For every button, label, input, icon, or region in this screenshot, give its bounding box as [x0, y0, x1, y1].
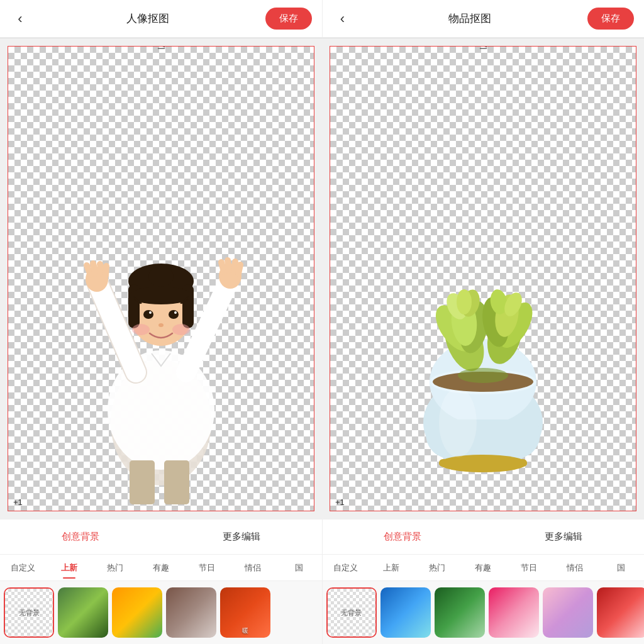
portrait-plus-one-badge: +1: [13, 497, 23, 507]
svg-point-11: [149, 311, 152, 314]
svg-line-21: [100, 264, 101, 274]
object-more-edit-button[interactable]: 更多编辑: [483, 519, 644, 554]
portrait-save-button[interactable]: 保存: [265, 8, 312, 30]
portrait-more-edit-button[interactable]: 更多编辑: [161, 519, 322, 554]
portrait-tab-holiday[interactable]: 节日: [184, 557, 230, 579]
object-thumb-no-bg[interactable]: 无背景: [326, 587, 377, 638]
portrait-back-button[interactable]: ‹: [10, 11, 30, 27]
svg-point-35: [439, 388, 477, 457]
portrait-header: ‹ 人像抠图 保存: [0, 0, 322, 38]
portrait-tab-fun[interactable]: 有趣: [138, 557, 184, 579]
portrait-tab-couple[interactable]: 情侣: [230, 557, 275, 579]
object-thumb-green2[interactable]: [435, 587, 485, 638]
object-save-button[interactable]: 保存: [587, 8, 634, 30]
object-tab-national[interactable]: 国: [598, 557, 644, 579]
object-thumb-blue[interactable]: [380, 587, 431, 638]
object-tab-hot[interactable]: 热门: [414, 557, 460, 579]
portrait-tab-custom[interactable]: 自定义: [0, 557, 46, 579]
object-tab-couple[interactable]: 情侣: [552, 557, 598, 579]
svg-point-43: [457, 289, 472, 314]
object-tab-custom[interactable]: 自定义: [323, 557, 369, 579]
portrait-corner-handle[interactable]: ↗: [313, 506, 314, 511]
portrait-creative-bg-button[interactable]: 创意背景: [0, 519, 161, 554]
object-plus-one-badge: +1: [335, 497, 345, 507]
object-tab-new[interactable]: 上新: [369, 557, 414, 579]
svg-rect-34: [439, 459, 527, 467]
svg-point-13: [158, 323, 164, 327]
portrait-thumb-no-bg[interactable]: 无背景: [4, 587, 54, 638]
object-corner-handle[interactable]: ↗: [635, 506, 636, 511]
object-action-panel: 创意背景 更多编辑: [322, 519, 645, 555]
svg-line-22: [106, 266, 106, 275]
object-creative-bg-button[interactable]: 创意背景: [323, 519, 484, 554]
object-back-button[interactable]: ‹: [333, 11, 353, 27]
object-tab-panel: 自定义 上新 热门 有趣 节日 情侣 国: [322, 555, 645, 580]
svg-line-20: [93, 264, 96, 274]
object-header: ‹ 物品抠图 保存: [322, 0, 645, 38]
portrait-thumbnail-panel: 无背景 暖: [0, 581, 322, 644]
portrait-action-panel: 创意背景 更多编辑: [0, 519, 322, 555]
portrait-tab-panel: 自定义 上新 热门 有趣 节日 情侣 国: [0, 555, 322, 580]
svg-point-50: [458, 368, 508, 383]
portrait-tab-hot[interactable]: 热门: [92, 557, 138, 579]
portrait-tab-national[interactable]: 国: [275, 557, 321, 579]
portrait-tab-new[interactable]: 上新: [46, 557, 92, 579]
svg-line-27: [235, 262, 235, 271]
object-thumb-red[interactable]: [597, 587, 645, 638]
svg-line-26: [228, 260, 229, 270]
svg-line-28: [238, 265, 240, 274]
portrait-subject: [60, 158, 262, 511]
svg-rect-3: [164, 460, 189, 504]
object-title: 物品抠图: [448, 11, 491, 26]
portrait-title: 人像抠图: [126, 11, 169, 26]
svg-point-10: [169, 310, 179, 319]
portrait-canvas: ⊴ ↗ +1: [8, 46, 314, 511]
object-thumbnail-panel: 无背景: [322, 581, 645, 644]
svg-point-14: [132, 324, 150, 335]
portrait-thumb-sunset[interactable]: [112, 587, 162, 638]
portrait-top-handle[interactable]: ⊴: [157, 46, 166, 52]
svg-rect-2: [130, 460, 155, 504]
svg-point-8: [148, 267, 174, 287]
svg-line-25: [221, 262, 224, 272]
svg-line-19: [87, 265, 91, 275]
portrait-thumb-clock[interactable]: [166, 587, 216, 638]
object-thumb-blossom[interactable]: [543, 587, 593, 638]
object-top-handle[interactable]: ⊴: [479, 46, 488, 52]
svg-point-15: [172, 324, 190, 335]
object-tab-fun[interactable]: 有趣: [460, 557, 506, 579]
svg-point-9: [143, 310, 153, 319]
svg-point-12: [174, 311, 177, 314]
object-canvas: ⊴ ↗ +1: [330, 46, 636, 511]
portrait-thumb-warm[interactable]: 暖: [220, 587, 270, 638]
object-thumb-pink[interactable]: [489, 587, 539, 638]
object-tab-holiday[interactable]: 节日: [506, 557, 552, 579]
object-subject: [401, 259, 565, 473]
portrait-thumb-forest[interactable]: [58, 587, 108, 638]
